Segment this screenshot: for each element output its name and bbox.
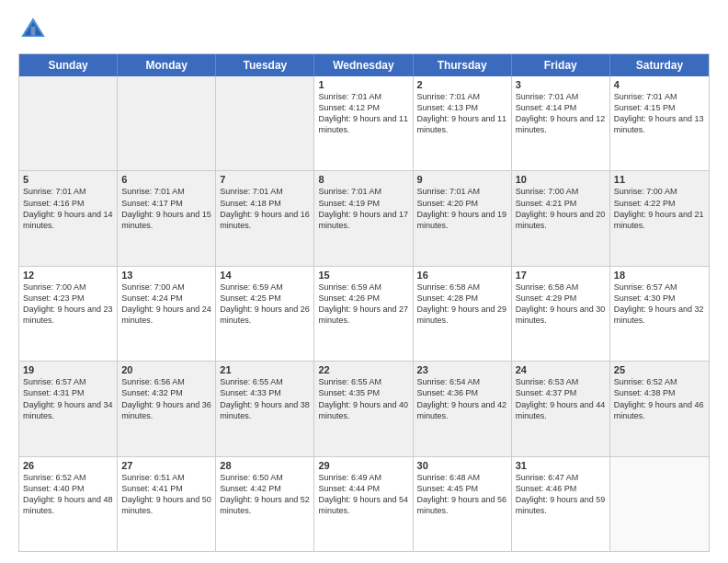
cell-info: Sunrise: 6:52 AM Sunset: 4:40 PM Dayligh… — [23, 472, 113, 517]
calendar-cell-14: 14Sunrise: 6:59 AM Sunset: 4:25 PM Dayli… — [216, 267, 314, 361]
day-number: 14 — [220, 270, 310, 281]
calendar-cell-29: 29Sunrise: 6:49 AM Sunset: 4:44 PM Dayli… — [314, 457, 413, 551]
calendar-cell-16: 16Sunrise: 6:58 AM Sunset: 4:28 PM Dayli… — [414, 267, 512, 361]
calendar-cell-23: 23Sunrise: 6:54 AM Sunset: 4:36 PM Dayli… — [414, 362, 512, 455]
calendar-cell-18: 18Sunrise: 6:57 AM Sunset: 4:30 PM Dayli… — [610, 267, 709, 361]
day-number: 6 — [121, 174, 211, 185]
day-number: 23 — [417, 364, 507, 375]
day-number: 8 — [318, 174, 408, 185]
calendar-row-3: 19Sunrise: 6:57 AM Sunset: 4:31 PM Dayli… — [19, 361, 709, 455]
cell-info: Sunrise: 6:50 AM Sunset: 4:42 PM Dayligh… — [220, 472, 310, 517]
cell-info: Sunrise: 6:57 AM Sunset: 4:31 PM Dayligh… — [23, 376, 113, 421]
cell-info: Sunrise: 7:00 AM Sunset: 4:24 PM Dayligh… — [121, 282, 211, 327]
cell-info: Sunrise: 6:56 AM Sunset: 4:32 PM Dayligh… — [121, 376, 211, 421]
calendar-cell-6: 6Sunrise: 7:01 AM Sunset: 4:17 PM Daylig… — [118, 171, 216, 265]
day-number: 19 — [23, 364, 113, 375]
calendar-cell-27: 27Sunrise: 6:51 AM Sunset: 4:41 PM Dayli… — [118, 457, 216, 551]
day-number: 13 — [121, 270, 211, 281]
day-number: 4 — [614, 79, 705, 90]
calendar-cell-25: 25Sunrise: 6:52 AM Sunset: 4:38 PM Dayli… — [610, 362, 709, 455]
calendar-body: 1Sunrise: 7:01 AM Sunset: 4:12 PM Daylig… — [19, 76, 709, 551]
cell-info: Sunrise: 6:58 AM Sunset: 4:29 PM Dayligh… — [516, 282, 606, 327]
calendar-cell-empty-4-6 — [610, 457, 709, 551]
calendar-cell-empty-0-0 — [19, 76, 118, 170]
calendar-cell-9: 9Sunrise: 7:01 AM Sunset: 4:20 PM Daylig… — [414, 171, 512, 265]
day-header-monday: Monday — [118, 54, 216, 76]
day-number: 2 — [417, 79, 507, 90]
calendar-row-1: 5Sunrise: 7:01 AM Sunset: 4:16 PM Daylig… — [19, 170, 709, 265]
cell-info: Sunrise: 6:59 AM Sunset: 4:26 PM Dayligh… — [318, 282, 408, 327]
day-headers: SundayMondayTuesdayWednesdayThursdayFrid… — [19, 54, 709, 76]
calendar-cell-28: 28Sunrise: 6:50 AM Sunset: 4:42 PM Dayli… — [216, 457, 314, 551]
calendar-cell-19: 19Sunrise: 6:57 AM Sunset: 4:31 PM Dayli… — [19, 362, 118, 455]
day-number: 25 — [614, 364, 705, 375]
day-number: 5 — [23, 174, 113, 185]
header — [18, 15, 710, 44]
day-number: 1 — [318, 79, 408, 90]
cell-info: Sunrise: 6:55 AM Sunset: 4:33 PM Dayligh… — [220, 376, 310, 421]
day-number: 24 — [516, 364, 606, 375]
calendar-cell-11: 11Sunrise: 7:00 AM Sunset: 4:22 PM Dayli… — [610, 171, 709, 265]
day-number: 15 — [318, 270, 408, 281]
calendar-row-0: 1Sunrise: 7:01 AM Sunset: 4:12 PM Daylig… — [19, 76, 709, 170]
day-number: 7 — [220, 174, 310, 185]
cell-info: Sunrise: 6:53 AM Sunset: 4:37 PM Dayligh… — [516, 376, 606, 421]
day-header-tuesday: Tuesday — [216, 54, 314, 76]
cell-info: Sunrise: 6:51 AM Sunset: 4:41 PM Dayligh… — [121, 472, 211, 517]
day-header-thursday: Thursday — [414, 54, 512, 76]
cell-info: Sunrise: 6:55 AM Sunset: 4:35 PM Dayligh… — [318, 376, 408, 421]
calendar-cell-empty-0-1 — [118, 76, 216, 170]
calendar-cell-5: 5Sunrise: 7:01 AM Sunset: 4:16 PM Daylig… — [19, 171, 118, 265]
cell-info: Sunrise: 6:54 AM Sunset: 4:36 PM Dayligh… — [417, 376, 507, 421]
cell-info: Sunrise: 6:58 AM Sunset: 4:28 PM Dayligh… — [417, 282, 507, 327]
calendar-cell-22: 22Sunrise: 6:55 AM Sunset: 4:35 PM Dayli… — [314, 362, 413, 455]
calendar-cell-empty-0-2 — [216, 76, 314, 170]
logo — [18, 15, 51, 44]
day-header-wednesday: Wednesday — [314, 54, 413, 76]
cell-info: Sunrise: 7:01 AM Sunset: 4:17 PM Dayligh… — [121, 186, 211, 231]
cell-info: Sunrise: 7:01 AM Sunset: 4:20 PM Dayligh… — [417, 186, 507, 231]
calendar-cell-13: 13Sunrise: 7:00 AM Sunset: 4:24 PM Dayli… — [118, 267, 216, 361]
cell-info: Sunrise: 6:49 AM Sunset: 4:44 PM Dayligh… — [318, 472, 408, 517]
cell-info: Sunrise: 7:01 AM Sunset: 4:12 PM Dayligh… — [318, 91, 408, 136]
day-header-sunday: Sunday — [19, 54, 118, 76]
calendar-cell-24: 24Sunrise: 6:53 AM Sunset: 4:37 PM Dayli… — [512, 362, 610, 455]
day-header-friday: Friday — [512, 54, 610, 76]
cell-info: Sunrise: 7:01 AM Sunset: 4:19 PM Dayligh… — [318, 186, 408, 231]
cell-info: Sunrise: 7:01 AM Sunset: 4:18 PM Dayligh… — [220, 186, 310, 231]
calendar-cell-31: 31Sunrise: 6:47 AM Sunset: 4:46 PM Dayli… — [512, 457, 610, 551]
day-number: 31 — [516, 460, 606, 471]
day-number: 29 — [318, 460, 408, 471]
cell-info: Sunrise: 7:01 AM Sunset: 4:14 PM Dayligh… — [516, 91, 606, 136]
day-number: 30 — [417, 460, 507, 471]
calendar-cell-12: 12Sunrise: 7:00 AM Sunset: 4:23 PM Dayli… — [19, 267, 118, 361]
day-number: 11 — [614, 174, 705, 185]
day-number: 21 — [220, 364, 310, 375]
calendar-row-2: 12Sunrise: 7:00 AM Sunset: 4:23 PM Dayli… — [19, 266, 709, 361]
cell-info: Sunrise: 6:48 AM Sunset: 4:45 PM Dayligh… — [417, 472, 507, 517]
calendar-cell-4: 4Sunrise: 7:01 AM Sunset: 4:15 PM Daylig… — [610, 76, 709, 170]
calendar-cell-10: 10Sunrise: 7:00 AM Sunset: 4:21 PM Dayli… — [512, 171, 610, 265]
cell-info: Sunrise: 6:47 AM Sunset: 4:46 PM Dayligh… — [516, 472, 606, 517]
day-number: 18 — [614, 270, 705, 281]
cell-info: Sunrise: 6:57 AM Sunset: 4:30 PM Dayligh… — [614, 282, 705, 327]
calendar-cell-2: 2Sunrise: 7:01 AM Sunset: 4:13 PM Daylig… — [414, 76, 512, 170]
cell-info: Sunrise: 7:01 AM Sunset: 4:16 PM Dayligh… — [23, 186, 113, 231]
logo-icon — [18, 15, 48, 44]
cell-info: Sunrise: 7:00 AM Sunset: 4:22 PM Dayligh… — [614, 186, 705, 231]
calendar-cell-8: 8Sunrise: 7:01 AM Sunset: 4:19 PM Daylig… — [314, 171, 413, 265]
svg-rect-2 — [31, 27, 36, 36]
calendar-row-4: 26Sunrise: 6:52 AM Sunset: 4:40 PM Dayli… — [19, 456, 709, 551]
day-number: 28 — [220, 460, 310, 471]
calendar-cell-21: 21Sunrise: 6:55 AM Sunset: 4:33 PM Dayli… — [216, 362, 314, 455]
day-number: 10 — [516, 174, 606, 185]
cell-info: Sunrise: 7:01 AM Sunset: 4:15 PM Dayligh… — [614, 91, 705, 136]
calendar-cell-30: 30Sunrise: 6:48 AM Sunset: 4:45 PM Dayli… — [414, 457, 512, 551]
cell-info: Sunrise: 6:52 AM Sunset: 4:38 PM Dayligh… — [614, 376, 705, 421]
calendar-cell-17: 17Sunrise: 6:58 AM Sunset: 4:29 PM Dayli… — [512, 267, 610, 361]
calendar-cell-26: 26Sunrise: 6:52 AM Sunset: 4:40 PM Dayli… — [19, 457, 118, 551]
day-number: 3 — [516, 79, 606, 90]
calendar-cell-1: 1Sunrise: 7:01 AM Sunset: 4:12 PM Daylig… — [314, 76, 413, 170]
day-header-saturday: Saturday — [610, 54, 709, 76]
day-number: 26 — [23, 460, 113, 471]
